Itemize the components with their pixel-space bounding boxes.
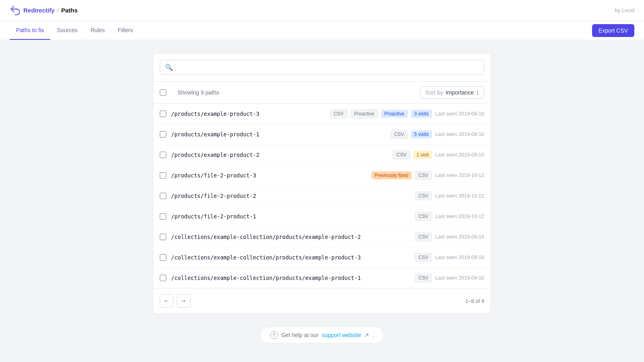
- csv-badge: CSV: [330, 109, 347, 118]
- previously-fixed-badge: Previously fixed: [372, 171, 412, 179]
- brand-name: Redirectify: [23, 7, 55, 14]
- row-checkbox[interactable]: [160, 152, 166, 158]
- export-csv-button[interactable]: Export CSV: [592, 24, 634, 37]
- chevron-down-icon: ↕: [476, 89, 479, 96]
- nav-bar: Paths to fix Sources Rules Filters Expor…: [0, 21, 644, 40]
- row-checkbox[interactable]: [160, 234, 166, 240]
- row-checkbox[interactable]: [160, 254, 166, 261]
- help-period: .: [372, 332, 374, 338]
- csv-badge: CSV: [415, 212, 432, 221]
- help-text: Get help at our: [281, 332, 319, 338]
- row-checkbox[interactable]: [160, 172, 166, 179]
- last-seen: Last seen 2019-09-10: [435, 234, 484, 240]
- row-checkbox[interactable]: [160, 275, 166, 281]
- csv-badge: CSV: [390, 130, 408, 139]
- pagination-info: 1–9 of 9: [465, 298, 484, 304]
- last-seen: Last seen 2019-09-10: [435, 152, 484, 158]
- table-row: /products/example-product-3CSVProactiveP…: [153, 104, 491, 124]
- proactive-badge: Proactive: [351, 109, 378, 118]
- row-badges: CSVProactiveProactive3 visitsLast seen 2…: [330, 109, 484, 118]
- path-text: /collections/example-collection/products…: [171, 275, 410, 281]
- breadcrumb-sep: /: [57, 7, 59, 14]
- external-link-icon: ↗: [364, 332, 369, 338]
- proactive-badge: Proactive: [381, 110, 408, 118]
- path-text: /collections/example-collection/products…: [171, 234, 410, 240]
- top-bar: Redirectify / Paths by Lucid: [0, 0, 644, 21]
- table-row: /products/example-product-1CSV5 visitsLa…: [153, 124, 491, 145]
- help-icon: ?: [270, 331, 278, 339]
- csv-badge: CSV: [415, 274, 432, 282]
- tab-paths-to-fix[interactable]: Paths to fix: [10, 21, 50, 40]
- support-website-link[interactable]: support website: [322, 332, 361, 338]
- csv-badge: CSV: [393, 150, 410, 159]
- table-row: /products/file-2-product-2CSVLast seen 2…: [153, 186, 491, 206]
- path-text: /products/example-product-1: [171, 131, 386, 138]
- by-lucid: by Lucid: [615, 7, 634, 13]
- paths-card: 🔍 Showing 9 paths Sort by Importance ↕ /…: [153, 53, 491, 314]
- row-badges: CSV1 visitLast seen 2019-09-10: [393, 150, 484, 159]
- row-checkbox[interactable]: [160, 193, 166, 199]
- path-text: /collections/example-collection/products…: [171, 254, 410, 261]
- table-header: Showing 9 paths Sort by Importance ↕: [153, 82, 491, 104]
- last-seen: Last seen 2019-09-10: [435, 255, 484, 260]
- tab-sources[interactable]: Sources: [50, 21, 84, 40]
- path-text: /products/file-2-product-2: [171, 193, 410, 199]
- row-checkbox[interactable]: [160, 213, 166, 220]
- table-row: /products/file-2-product-1CSVLast seen 2…: [153, 206, 491, 227]
- path-text: /products/file-2-product-1: [171, 213, 410, 220]
- search-bar: 🔍: [153, 53, 491, 82]
- row-badges: CSV5 visitsLast seen 2019-09-10: [390, 130, 484, 139]
- visits-badge: 1 visit: [413, 151, 432, 159]
- brand-area: Redirectify / Paths: [10, 5, 78, 16]
- row-checkbox[interactable]: [160, 111, 166, 117]
- search-input[interactable]: [176, 64, 479, 71]
- row-badges: Previously fixedCSVLast seen 2019-10-12: [372, 171, 484, 180]
- visits-badge: 5 visits: [411, 130, 432, 138]
- path-text: /products/example-product-2: [171, 152, 388, 158]
- search-input-wrap[interactable]: 🔍: [160, 60, 484, 75]
- page-title: Paths: [61, 7, 78, 14]
- select-all-checkbox[interactable]: [160, 89, 166, 96]
- table-row: /collections/example-collection/products…: [153, 227, 491, 247]
- last-seen: Last seen 2019-09-10: [435, 275, 484, 281]
- help-footer: ? Get help at our support website ↗ .: [260, 327, 384, 343]
- sort-label: Sort by: [425, 89, 443, 96]
- csv-badge: CSV: [415, 253, 432, 262]
- row-badges: CSVLast seen 2019-10-12: [415, 191, 484, 200]
- sort-select[interactable]: Sort by Importance ↕: [420, 86, 484, 99]
- table-row: /collections/example-collection/products…: [153, 247, 491, 268]
- last-seen: Last seen 2019-09-10: [435, 111, 484, 117]
- nav-tabs: Paths to fix Sources Rules Filters: [10, 21, 140, 40]
- main-content: 🔍 Showing 9 paths Sort by Importance ↕ /…: [0, 40, 644, 356]
- showing-text: Showing 9 paths: [178, 89, 420, 96]
- path-text: /products/file-2-product-3: [171, 172, 367, 179]
- csv-badge: CSV: [415, 191, 432, 200]
- last-seen: Last seen 2019-09-10: [435, 132, 484, 137]
- csv-badge: CSV: [415, 171, 432, 180]
- table-row: /products/example-product-2CSV1 visitLas…: [153, 145, 491, 165]
- next-page-button[interactable]: →: [177, 294, 190, 308]
- last-seen: Last seen 2019-10-12: [435, 173, 484, 178]
- rows-container: /products/example-product-3CSVProactiveP…: [153, 104, 491, 288]
- search-icon: 🔍: [165, 64, 173, 71]
- pagination-buttons: ← →: [160, 294, 190, 308]
- row-badges: CSVLast seen 2019-10-12: [415, 212, 484, 221]
- visits-badge: 3 visits: [411, 110, 432, 118]
- last-seen: Last seen 2019-10-12: [435, 193, 484, 199]
- table-row: /products/file-2-product-3Previously fix…: [153, 165, 491, 186]
- path-text: /products/example-product-3: [171, 111, 325, 117]
- prev-page-button[interactable]: ←: [160, 294, 173, 308]
- sort-value: Importance: [446, 89, 474, 96]
- csv-badge: CSV: [415, 232, 432, 241]
- card-footer: ← → 1–9 of 9: [153, 288, 491, 313]
- row-badges: CSVLast seen 2019-09-10: [415, 232, 484, 241]
- row-badges: CSVLast seen 2019-09-10: [415, 253, 484, 262]
- brand-icon: [10, 5, 21, 16]
- tab-filters[interactable]: Filters: [111, 21, 139, 40]
- row-checkbox[interactable]: [160, 131, 166, 138]
- table-row: /collections/example-collection/products…: [153, 268, 491, 288]
- tab-rules[interactable]: Rules: [84, 21, 111, 40]
- row-badges: CSVLast seen 2019-09-10: [415, 274, 484, 282]
- last-seen: Last seen 2019-10-12: [435, 214, 484, 219]
